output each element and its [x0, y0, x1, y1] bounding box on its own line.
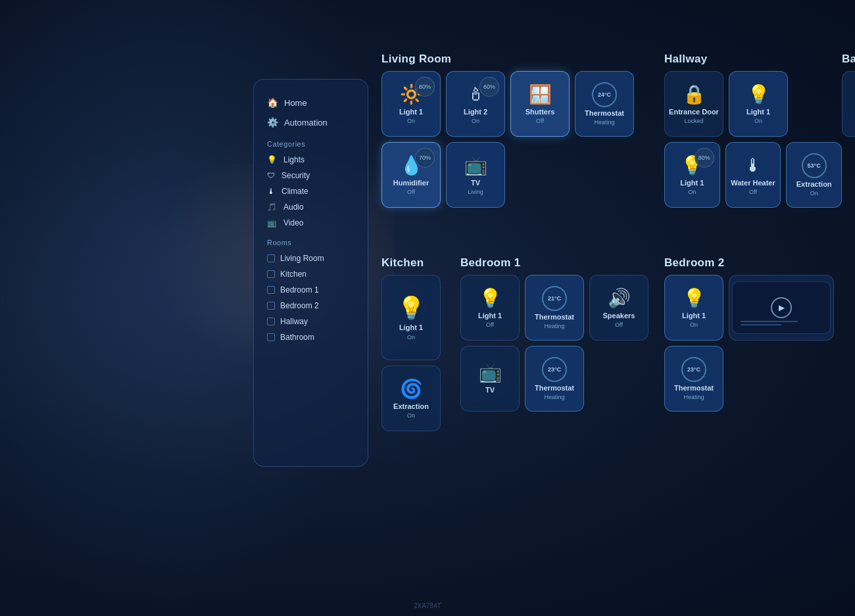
living-room-light2-card[interactable]: 60% 🕯 Light 2 On	[446, 71, 505, 137]
device-name: Extraction	[393, 402, 429, 411]
light2-badge: 60%	[479, 77, 499, 97]
sidebar-item-bedroom1[interactable]: Bedroom 1	[264, 282, 357, 298]
category-video[interactable]: 📺 Video	[264, 215, 357, 231]
device-status: On	[407, 334, 415, 341]
bulb-icon: 💡	[747, 83, 770, 105]
hallway-title: Hallway	[664, 53, 842, 66]
hallway-entrance-card[interactable]: 🔒 Entrance Door Locked	[664, 71, 723, 137]
device-name: Thermostat	[674, 384, 714, 392]
living-room-light1-card[interactable]: 80% 🔆 Light 1 On	[381, 71, 441, 137]
categories-label: Categories	[267, 140, 357, 148]
sidebar-item-living-room[interactable]: Living Room	[264, 250, 357, 266]
percentage-value: 80%	[419, 83, 431, 90]
humidifier-badge: 70%	[415, 148, 435, 168]
thermo-display: 23°C	[542, 357, 567, 382]
living-room-thermostat-card[interactable]: 24°C Thermostat Heating	[575, 71, 634, 137]
device-status: Heating	[544, 323, 564, 329]
lock-icon: 🔒	[683, 83, 706, 105]
bedroom1-title: Bedroom 1	[460, 256, 651, 270]
sidebar-panel: 🏠 Home ⚙️ Automation Categories 💡 Lights…	[253, 79, 368, 467]
living-room-tv-card[interactable]: 📺 TV Living	[446, 142, 505, 208]
category-climate[interactable]: 🌡 Climate	[264, 183, 357, 199]
category-lights[interactable]: 💡 Lights	[264, 152, 357, 168]
living-room-shutters-card[interactable]: 🪟 Shutters Off	[510, 71, 570, 137]
sidebar-item-hallway[interactable]: Hallway	[264, 314, 357, 329]
bedroom2-media-card[interactable]: ▶	[729, 275, 834, 341]
living-room-humidifier-card[interactable]: 70% 💧 Humidifier Off	[381, 142, 441, 208]
bedroom1-thermostat-card[interactable]: 21°C Thermostat Heating	[525, 275, 584, 341]
device-name: Thermostat	[585, 109, 624, 118]
kitchen-extraction-card[interactable]: 🌀 Extraction On	[381, 366, 441, 431]
device-status: On	[688, 189, 696, 195]
device-name: Thermostat	[535, 313, 574, 321]
device-name: Light 1	[478, 312, 502, 320]
light1-badge: 80%	[415, 77, 435, 97]
kitchen-title: Kitchen	[381, 256, 454, 270]
play-button[interactable]: ▶	[771, 297, 792, 318]
device-name: Light 1	[399, 108, 423, 116]
device-status: Locked	[684, 118, 703, 124]
device-name: Thermostat	[535, 384, 574, 392]
room-checkbox[interactable]	[267, 254, 275, 262]
panels-area: Living Room 80% 🔆 Light 1 On 60% 🕯 Light…	[381, 53, 842, 565]
bulb-icon: 💡	[397, 295, 425, 321]
media-line	[741, 324, 781, 325]
bedroom2-light1-card[interactable]: 💡 Light 1 On	[664, 275, 723, 341]
device-status: Off	[749, 189, 757, 195]
device-status: Off	[615, 321, 623, 328]
audio-icon: 🎵	[267, 202, 277, 212]
nav-automation[interactable]: ⚙️ Automation	[264, 112, 357, 132]
kitchen-section: Kitchen 💡 Light 1 On 🌀 Extraction On	[381, 256, 454, 431]
device-name: Humidifier	[393, 179, 429, 187]
room-checkbox[interactable]	[267, 270, 275, 278]
bedroom1-thermostat2-card[interactable]: 23°C Thermostat Heating	[525, 346, 584, 412]
device-name: Water Heater	[731, 179, 775, 187]
room-checkbox[interactable]	[267, 286, 275, 294]
room-checkbox[interactable]	[267, 333, 275, 341]
living-room-grid: 80% 🔆 Light 1 On 60% 🕯 Light 2 On 🪟 Shut…	[381, 71, 658, 208]
device-status: On	[754, 118, 762, 124]
lights-icon: 💡	[267, 155, 277, 164]
device-name: Shutters	[525, 108, 555, 116]
bedroom1-speakers-card[interactable]: 🔊 Speakers Off	[589, 275, 648, 341]
device-status: On	[690, 321, 698, 328]
media-player[interactable]: ▶	[732, 281, 831, 334]
category-security[interactable]: 🛡 Security	[264, 168, 357, 183]
kitchen-light1-card[interactable]: 💡 Light 1 On	[381, 275, 441, 360]
thermo-display: 21°C	[542, 286, 567, 311]
category-audio[interactable]: 🎵 Audio	[264, 199, 357, 215]
bedroom1-section: Bedroom 1 💡 Light 1 Off 21°C Thermostat …	[460, 256, 651, 412]
bedroom2-section: Bedroom 2 💡 Light 1 On ▶ 23°C Thermostat	[664, 256, 842, 412]
bathroom-section: Bathroom 🚿 Shower Off	[842, 53, 855, 137]
shower-card[interactable]: 🚿 Shower Off	[842, 71, 855, 137]
sidebar-item-bedroom2[interactable]: Bedroom 2	[264, 298, 357, 314]
nav-home[interactable]: 🏠 Home	[264, 93, 357, 112]
media-lines	[741, 321, 822, 325]
sidebar-item-bathroom[interactable]: Bathroom	[264, 329, 357, 345]
hallway-extraction-card[interactable]: 53°C Extraction On	[786, 142, 842, 208]
device-name: Light 1	[682, 312, 706, 320]
hallway-waterheater-card[interactable]: 🌡 Water Heater Off	[725, 142, 781, 208]
temp-display: 53°C	[802, 153, 827, 178]
bedroom1-grid: 💡 Light 1 Off 21°C Thermostat Heating 🔊 …	[460, 275, 651, 412]
room-checkbox[interactable]	[267, 302, 275, 310]
rooms-label: Rooms	[267, 239, 357, 247]
device-status: On	[472, 118, 479, 124]
bedroom2-thermostat-card[interactable]: 23°C Thermostat Heating	[664, 346, 723, 412]
bedroom1-tv-card[interactable]: 📺 TV	[460, 346, 520, 412]
bedroom1-light1-card[interactable]: 💡 Light 1 Off	[460, 275, 520, 341]
bedroom2-grid: 💡 Light 1 On ▶ 23°C Thermostat Heating	[664, 275, 842, 412]
media-line	[741, 321, 798, 322]
device-status: Heating	[594, 119, 614, 126]
device-status: On	[407, 118, 415, 124]
light-badge: 80%	[695, 148, 714, 168]
bulb-icon: 💡	[479, 287, 502, 309]
hallway-light1-card[interactable]: 💡 Light 1 On	[729, 71, 788, 137]
fan-icon: 🌀	[400, 378, 423, 400]
heater-icon: 🌡	[744, 154, 762, 176]
hallway-light1-b-card[interactable]: 80% 💡 Light 1 On	[664, 142, 720, 208]
automation-icon: ⚙️	[267, 117, 278, 128]
bulb-icon: 💡	[683, 287, 706, 309]
sidebar-item-kitchen[interactable]: Kitchen	[264, 266, 357, 282]
room-checkbox[interactable]	[267, 318, 275, 325]
